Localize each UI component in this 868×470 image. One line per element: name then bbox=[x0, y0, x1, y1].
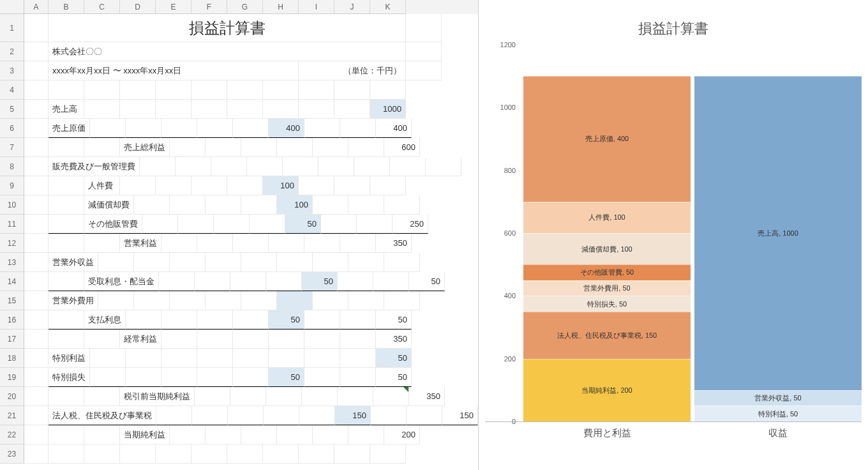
cell[interactable] bbox=[313, 291, 348, 310]
cell[interactable] bbox=[348, 253, 384, 272]
cell[interactable]: その他販管費 bbox=[84, 215, 142, 234]
cell[interactable] bbox=[156, 444, 191, 464]
cell[interactable] bbox=[49, 425, 84, 444]
row-header-17[interactable]: 17 bbox=[0, 330, 24, 349]
cell[interactable] bbox=[24, 119, 49, 138]
cell[interactable] bbox=[206, 195, 241, 215]
cell[interactable] bbox=[195, 272, 230, 291]
cell[interactable] bbox=[304, 368, 340, 387]
cell[interactable] bbox=[354, 157, 390, 176]
cell[interactable] bbox=[241, 138, 277, 157]
cell[interactable] bbox=[334, 444, 370, 464]
cell[interactable] bbox=[126, 349, 161, 368]
cell[interactable] bbox=[263, 444, 299, 464]
cell[interactable] bbox=[90, 368, 126, 387]
cell[interactable] bbox=[211, 157, 247, 176]
cell[interactable]: 350 bbox=[376, 234, 412, 253]
cell[interactable]: 250 bbox=[393, 215, 428, 234]
row-header-12[interactable]: 12 bbox=[0, 234, 24, 253]
cell[interactable] bbox=[156, 176, 191, 195]
cell[interactable] bbox=[340, 119, 376, 138]
cell[interactable]: 法人税、住民税及び事業税 bbox=[49, 406, 156, 425]
cell[interactable] bbox=[384, 195, 420, 215]
cell[interactable] bbox=[269, 349, 304, 368]
cell[interactable] bbox=[313, 425, 348, 444]
cell[interactable]: 350 bbox=[376, 330, 412, 349]
cell[interactable] bbox=[191, 100, 227, 119]
cell[interactable]: 50 bbox=[376, 310, 412, 330]
cell[interactable] bbox=[49, 387, 84, 406]
cell[interactable]: 特別損失 bbox=[49, 368, 90, 387]
cell[interactable] bbox=[24, 176, 49, 195]
cell[interactable] bbox=[49, 138, 84, 157]
cell[interactable] bbox=[156, 80, 191, 100]
col-header-E[interactable]: E bbox=[156, 0, 191, 14]
cell[interactable]: 600 bbox=[384, 138, 420, 157]
cell[interactable] bbox=[49, 272, 84, 291]
col-header-D[interactable]: D bbox=[120, 0, 156, 14]
cell[interactable] bbox=[24, 368, 49, 387]
cell[interactable] bbox=[338, 272, 373, 291]
cell[interactable] bbox=[126, 119, 161, 138]
cell[interactable] bbox=[241, 425, 277, 444]
cell[interactable] bbox=[170, 253, 206, 272]
cell[interactable] bbox=[24, 349, 49, 368]
cell[interactable] bbox=[299, 80, 334, 100]
cell[interactable]: 50 bbox=[302, 272, 338, 291]
cell[interactable] bbox=[266, 272, 302, 291]
col-header-F[interactable]: F bbox=[191, 0, 227, 14]
cell[interactable] bbox=[334, 176, 370, 195]
cell[interactable] bbox=[126, 310, 161, 330]
cell[interactable] bbox=[24, 100, 49, 119]
cell[interactable] bbox=[313, 253, 348, 272]
cell[interactable] bbox=[178, 215, 214, 234]
cell[interactable] bbox=[49, 444, 84, 464]
cell[interactable]: 150 bbox=[442, 406, 478, 425]
period[interactable]: xxxx年xx月xx日 〜 xxxx年xx月xx日 bbox=[49, 61, 299, 80]
cell[interactable] bbox=[90, 349, 126, 368]
cell[interactable] bbox=[348, 425, 384, 444]
cell[interactable] bbox=[373, 272, 409, 291]
row-header-10[interactable]: 10 bbox=[0, 195, 24, 215]
cell[interactable] bbox=[197, 310, 233, 330]
cell[interactable] bbox=[24, 195, 49, 215]
cell[interactable] bbox=[334, 100, 370, 119]
cell[interactable] bbox=[192, 406, 228, 425]
cell[interactable] bbox=[269, 234, 304, 253]
row-header-14[interactable]: 14 bbox=[0, 272, 24, 291]
cell[interactable] bbox=[24, 310, 49, 330]
cell[interactable] bbox=[24, 215, 49, 234]
cell[interactable] bbox=[348, 195, 384, 215]
cell[interactable] bbox=[176, 157, 211, 176]
cell[interactable] bbox=[84, 387, 120, 406]
cell[interactable]: 特別利益 bbox=[49, 349, 90, 368]
cell[interactable] bbox=[197, 234, 233, 253]
cell[interactable]: 販売費及び一般管理費 bbox=[49, 157, 140, 176]
unit[interactable]: （単位：千円） bbox=[299, 61, 406, 80]
cell[interactable]: 経常利益 bbox=[120, 330, 161, 349]
cell[interactable]: 営業利益 bbox=[120, 234, 161, 253]
cell[interactable] bbox=[84, 234, 120, 253]
cell[interactable] bbox=[126, 368, 161, 387]
cell[interactable] bbox=[24, 444, 49, 464]
cell[interactable] bbox=[304, 349, 340, 368]
row-header-7[interactable]: 7 bbox=[0, 138, 24, 157]
cell[interactable] bbox=[197, 349, 233, 368]
cell[interactable] bbox=[230, 272, 266, 291]
cell[interactable]: 150 bbox=[335, 406, 371, 425]
cell[interactable] bbox=[191, 176, 227, 195]
cell[interactable] bbox=[348, 138, 384, 157]
cell[interactable] bbox=[98, 253, 134, 272]
cell[interactable] bbox=[206, 253, 241, 272]
doc-title[interactable]: 損益計算書 bbox=[49, 14, 406, 42]
cell[interactable] bbox=[170, 138, 206, 157]
cell[interactable] bbox=[120, 80, 156, 100]
cell[interactable] bbox=[277, 291, 313, 310]
cell[interactable]: 400 bbox=[376, 119, 412, 138]
cell[interactable] bbox=[340, 349, 376, 368]
cell[interactable] bbox=[304, 119, 340, 138]
cell[interactable] bbox=[24, 387, 49, 406]
cell[interactable] bbox=[90, 119, 126, 138]
cell[interactable] bbox=[277, 138, 313, 157]
row-header-22[interactable]: 22 bbox=[0, 425, 24, 444]
